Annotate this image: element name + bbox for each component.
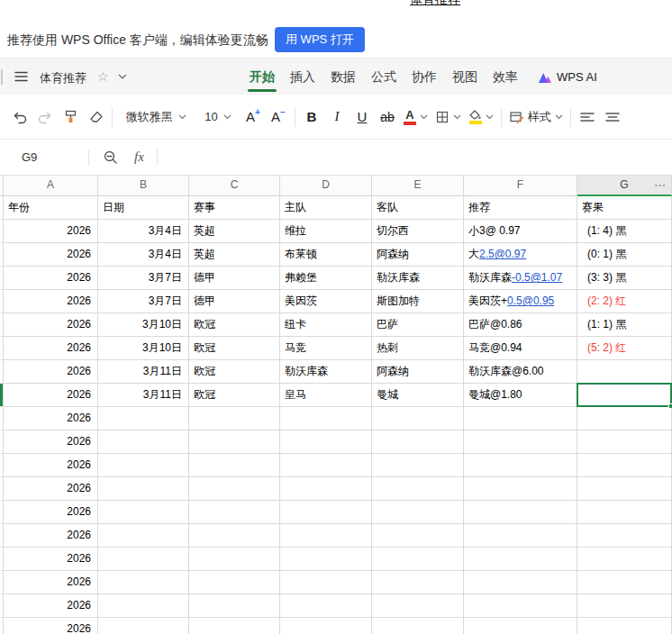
cell-C4[interactable]: 德甲 [189,267,280,290]
cell-F17[interactable] [464,571,577,594]
cell-B12[interactable] [98,454,189,477]
cell-F14[interactable] [464,501,577,524]
cell-B16[interactable] [98,548,189,571]
format-painter-icon[interactable] [61,104,79,131]
align-center-button[interactable] [604,104,622,131]
cell-E4[interactable]: 勒沃库森 [372,267,464,290]
borders-button[interactable] [435,104,461,131]
cell-E14[interactable] [372,501,464,524]
cell-F5[interactable]: 美因茨+0.5@0.95 [464,290,577,313]
cell-D9[interactable]: 皇马 [280,384,372,407]
cell-E11[interactable] [372,430,464,454]
tab-insert[interactable]: 插入 [290,59,315,95]
cell-E8[interactable]: 阿森纳 [372,360,464,384]
cell-B19[interactable] [98,618,189,634]
cell-A5[interactable]: 2026 [4,290,98,313]
cell-B2[interactable]: 3月4日 [98,220,189,243]
cell-G5[interactable]: (2: 2) 红 [577,290,672,313]
cell-B14[interactable] [98,501,189,524]
cell-F16[interactable] [464,548,577,571]
cell-D4[interactable]: 弗赖堡 [280,267,372,290]
eraser-icon[interactable] [86,104,104,131]
tab-formula[interactable]: 公式 [371,59,396,95]
column-header-C[interactable]: C [189,176,280,196]
menu-hamburger-icon[interactable] [14,71,28,82]
cell-A14[interactable]: 2026 [4,501,98,524]
cell-A1[interactable]: 年份 [4,196,98,220]
tab-start[interactable]: 开始 [250,59,275,95]
cell-A18[interactable]: 2026 [4,594,98,618]
cell-D7[interactable]: 马竞 [280,337,372,360]
cell-G14[interactable] [577,501,672,524]
cell-G18[interactable] [577,594,672,618]
cell-A11[interactable]: 2026 [4,430,98,454]
cell-B15[interactable] [98,524,189,548]
cell-A12[interactable]: 2026 [4,454,98,477]
cell-E1[interactable]: 客队 [372,196,464,220]
cell-F18[interactable] [464,594,577,618]
cell-B13[interactable] [98,477,189,501]
cell-D15[interactable] [280,524,372,548]
cell-C8[interactable]: 欧冠 [189,360,280,384]
cell-D11[interactable] [280,430,372,454]
decrease-font-button[interactable]: A− [269,104,287,131]
cell-style-button[interactable]: 样式 [509,104,563,131]
cell-F11[interactable] [464,430,577,454]
cell-C11[interactable] [189,430,280,454]
increase-font-button[interactable]: A+ [244,104,262,131]
cell-G8[interactable] [577,360,672,384]
fill-handle[interactable] [668,403,672,409]
cell-F10[interactable] [464,407,577,430]
cell-G4[interactable]: (3: 3) 黑 [577,267,672,290]
cell-F6[interactable]: 巴萨@0.86 [464,313,577,337]
cell-G10[interactable] [577,407,672,430]
cell-B7[interactable]: 3月10日 [98,337,189,360]
cell-A7[interactable]: 2026 [4,337,98,360]
cell-D13[interactable] [280,477,372,501]
cell-D17[interactable] [280,571,372,594]
title-chevron-down-icon[interactable] [118,74,127,79]
cell-B6[interactable]: 3月10日 [98,313,189,337]
fill-color-button[interactable] [468,104,494,131]
tab-wps-ai[interactable]: WPS AI [538,59,597,95]
cell-A3[interactable]: 2026 [4,243,98,267]
strikethrough-button[interactable]: ab [378,104,396,131]
cell-F12[interactable] [464,454,577,477]
column-header-E[interactable]: E [372,176,464,196]
tip-link[interactable]: -0.5@1.07 [512,271,562,284]
more-columns-icon[interactable]: ⋯ [654,176,667,195]
cell-C7[interactable]: 欧冠 [189,337,280,360]
cell-A4[interactable]: 2026 [4,267,98,290]
cell-D16[interactable] [280,548,372,571]
cell-G1[interactable]: 赛果 [577,196,672,220]
cell-C10[interactable] [189,407,280,430]
cell-F8[interactable]: 勒沃库森@6.00 [464,360,577,384]
cell-D1[interactable]: 主队 [280,196,372,220]
cell-B17[interactable] [98,571,189,594]
cell-F15[interactable] [464,524,577,548]
redo-button[interactable] [36,104,54,131]
cell-A13[interactable]: 2026 [4,477,98,501]
column-header-A[interactable]: A [4,176,98,196]
cell-B8[interactable]: 3月11日 [98,360,189,384]
cell-F9[interactable]: 曼城@1.80 [464,384,577,407]
name-box[interactable]: G9 [0,140,88,175]
cell-E7[interactable]: 热刺 [372,337,464,360]
cell-D19[interactable] [280,618,372,634]
column-header-D[interactable]: D [280,176,372,196]
cell-A16[interactable]: 2026 [4,548,98,571]
cell-G9[interactable] [577,384,672,407]
cell-G2[interactable]: (1: 4) 黑 [577,220,672,243]
zoom-out-icon[interactable] [102,144,120,171]
underline-button[interactable]: U [353,104,371,131]
cell-E13[interactable] [372,477,464,501]
cell-C1[interactable]: 赛事 [189,196,280,220]
cell-D8[interactable]: 勒沃库森 [280,360,372,384]
tab-collaborate[interactable]: 协作 [412,59,437,95]
cell-C12[interactable] [189,454,280,477]
cell-A8[interactable]: 2026 [4,360,98,384]
cell-D18[interactable] [280,594,372,618]
font-size-select[interactable]: 10 [199,104,237,131]
cell-E9[interactable]: 曼城 [372,384,464,407]
cell-A15[interactable]: 2026 [4,524,98,548]
